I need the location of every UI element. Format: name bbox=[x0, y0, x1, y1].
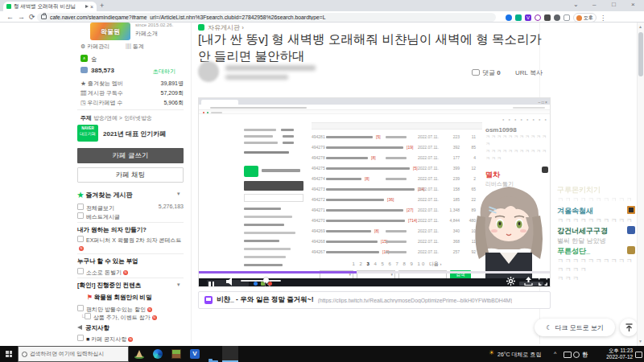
video-progress-bar[interactable] bbox=[199, 271, 550, 274]
taskbar-game-icon[interactable] bbox=[134, 349, 144, 359]
taskbar-minecraft-icon[interactable] bbox=[171, 349, 181, 359]
clip-video-player[interactable]: – □ × 494281[5]2022.07.11.22311494279[19… bbox=[198, 97, 551, 287]
forest-label[interactable]: 숲 bbox=[91, 56, 97, 64]
sidebar-item-fan-discount[interactable]: 팬치만 받을수있는 할인N bbox=[77, 305, 152, 314]
video-inner-post-row: 494267[18]2022.07.11.25792 bbox=[312, 247, 482, 257]
tray-touchpad-icon[interactable] bbox=[564, 352, 572, 358]
search-placeholder: 검색하려면 여기에 입력하십시 bbox=[30, 350, 104, 358]
extension-icon-o[interactable] bbox=[535, 14, 541, 21]
cafe-write-button[interactable]: 카페 글쓰기 bbox=[77, 148, 184, 163]
new-tab-button[interactable]: + bbox=[100, 2, 104, 10]
naver-representative-badge: NAVER 대표카페 bbox=[77, 125, 98, 142]
clip-url-link[interactable]: (https://clips.twitch.tv/RealLachrymoseD… bbox=[318, 298, 513, 303]
taskbar-v-app-icon[interactable]: V bbox=[190, 349, 200, 359]
extension-icon-dark[interactable] bbox=[544, 14, 551, 21]
taskbar-search-box[interactable]: 검색하려면 여기에 입력하십시 bbox=[18, 346, 129, 362]
video-inner-list-header bbox=[312, 122, 482, 130]
scrollbar-thumb[interactable] bbox=[638, 32, 643, 76]
tray-onedrive-icon[interactable] bbox=[573, 352, 580, 358]
ongoing-content-collapse-icon[interactable]: ▾ bbox=[177, 282, 180, 288]
weather-icon[interactable]: ☀ bbox=[489, 349, 494, 356]
tab-title: 형 새벽뱅 오래해줘 비챤님 bbox=[14, 3, 84, 10]
favorite-boards-header[interactable]: ★ 즐겨찾는 게시판 bbox=[77, 191, 132, 200]
sidebar-item-event-join[interactable]: └상품 추가, 이벤트 참가N bbox=[80, 313, 157, 322]
fullscreen-icon[interactable] bbox=[539, 277, 547, 286]
volume-slider[interactable] bbox=[241, 280, 281, 282]
volume-icon[interactable] bbox=[226, 278, 236, 286]
chrome-menu-icon[interactable]: ⋮ bbox=[600, 14, 606, 22]
sidebar-divider bbox=[77, 222, 184, 223]
comments-link[interactable]: 댓글 0 bbox=[472, 68, 501, 77]
scrollbar-down-arrow[interactable]: ▼ bbox=[638, 339, 642, 343]
chat-username: 겨울속철새 bbox=[557, 206, 638, 216]
twitch-icon bbox=[204, 296, 213, 304]
taskbar-edge-icon[interactable] bbox=[153, 349, 163, 359]
window-close-button[interactable]: × bbox=[631, 1, 635, 8]
tab-close-icon[interactable]: × bbox=[90, 4, 93, 10]
members-icon bbox=[80, 67, 88, 73]
video-chat-username-1: osm10998 bbox=[485, 126, 548, 134]
ime-indicator[interactable]: 한 bbox=[582, 351, 588, 359]
naver-cafe-favicon bbox=[6, 4, 11, 9]
sidebar-item-cafe-notice[interactable]: ■ 카페 공지사항N bbox=[77, 335, 133, 343]
extension-icon-teal[interactable] bbox=[515, 14, 522, 21]
post-title: [내가 싼 똥v] 형 새벽뱅 오래해줘 비챤님이 새벽에 형 목소리가 안 들… bbox=[198, 31, 544, 64]
tray-expand-icon[interactable]: ^ bbox=[554, 351, 556, 356]
extensions-puzzle-icon[interactable] bbox=[554, 14, 560, 21]
all-posts-count: 5,276,183 bbox=[143, 204, 184, 209]
cafe-intro-link[interactable]: 카페소개 bbox=[135, 30, 158, 38]
dark-mode-button[interactable]: ☾ 다크 모드로 보기 bbox=[535, 319, 615, 336]
search-icon bbox=[22, 352, 27, 357]
forest-icon: ∧ bbox=[80, 55, 88, 62]
cafe-topic: 주제 방송/연예 > 인터넷방송 bbox=[80, 114, 152, 122]
back-icon[interactable]: ← bbox=[6, 13, 14, 21]
split-view-icon[interactable] bbox=[564, 14, 570, 21]
action-center-icon[interactable] bbox=[635, 352, 642, 358]
url-copy-button[interactable]: URL 복사 bbox=[515, 68, 543, 77]
forward-icon[interactable]: → bbox=[18, 13, 25, 21]
start-button[interactable] bbox=[6, 351, 12, 357]
sidebar-section-notice: 공지사항 bbox=[77, 324, 109, 332]
stat-value-cafe-app: 5,906회 bbox=[137, 99, 184, 107]
browser-tab[interactable]: 형 새벽뱅 오래해줘 비챤님 × bbox=[3, 2, 97, 11]
video-inner-green-badge bbox=[244, 166, 258, 177]
extension-icon-blue[interactable] bbox=[506, 14, 512, 21]
cafe-logo[interactable]: 왁물원 bbox=[90, 23, 130, 40]
sidebar-item-all-posts[interactable]: 전체글보기 bbox=[77, 204, 114, 212]
browser-profile-chip[interactable]: 오후 bbox=[573, 13, 597, 23]
video-inner-post-row: 494269[8]2022.07.11.34010 bbox=[312, 226, 482, 237]
sidebar-item-chair-contest[interactable]: EX퍼니처 X 왁물원 2차 의자 콘테스트N bbox=[77, 236, 184, 253]
chat-text: ㅋㅋㅋㅋㅋㅋㅋㅋㅋㅋ bbox=[557, 216, 638, 225]
taskbar-weather[interactable]: 26°C 대체로 흐림 bbox=[497, 351, 542, 359]
chat-text: ㅋㅋㅋ bbox=[557, 274, 641, 283]
settings-gear-icon[interactable] bbox=[506, 277, 515, 286]
window-menu-caret[interactable]: ⌄ bbox=[573, 1, 579, 8]
scrollbar-up-arrow[interactable]: ▲ bbox=[638, 24, 642, 29]
video-inner-post-row: 494274[8]2022.07.11.2392 bbox=[312, 174, 482, 184]
content-left-divider bbox=[191, 23, 192, 344]
author-avatar-blurred[interactable] bbox=[198, 61, 219, 82]
invite-link[interactable]: 초대하기 bbox=[153, 68, 175, 76]
extension-toolbar: V 오후 ⋮ bbox=[506, 13, 606, 23]
refresh-icon[interactable]: ⟳ bbox=[29, 13, 35, 21]
share-icon[interactable] bbox=[524, 277, 533, 286]
sidebar-item-best-posts[interactable]: 베스트게시글 bbox=[77, 212, 120, 221]
cafe-chat-button[interactable]: 카페 채팅 bbox=[77, 167, 184, 183]
chat-user-badge bbox=[627, 206, 635, 214]
favorite-boards-collapse-icon[interactable]: ▾ bbox=[177, 191, 180, 197]
address-input[interactable]: cafe.naver.com/steamindiegame?iframe_url… bbox=[37, 13, 496, 22]
profile-name: 오후 bbox=[584, 14, 593, 22]
window-maximize-button[interactable]: □ bbox=[612, 1, 616, 8]
window-minimize-button[interactable]: – bbox=[592, 1, 596, 8]
scroll-to-top-button[interactable] bbox=[620, 319, 638, 336]
cafe-manage-link[interactable]: ⚙ 카페관리 bbox=[80, 43, 109, 51]
sidebar-section-ongoing-content: [확인!] 진행중인 컨텐츠 bbox=[77, 282, 141, 290]
sidebar-section-chair-contest: 내가 원하는 의자 만들기? bbox=[77, 226, 147, 234]
extension-icon-v[interactable]: V bbox=[525, 14, 531, 21]
taskbar-clock[interactable]: 오후 11:23 2022-07-12 bbox=[601, 348, 633, 360]
cafe-stats-link[interactable]: ▥ 통계 bbox=[126, 43, 144, 51]
taskbar-chrome-active-highlight bbox=[222, 346, 238, 362]
sidebar-item-side-job[interactable]: 소소로 돈벌기N bbox=[77, 268, 128, 277]
tab-audio-icon[interactable] bbox=[85, 5, 89, 8]
pause-button[interactable] bbox=[208, 278, 216, 287]
